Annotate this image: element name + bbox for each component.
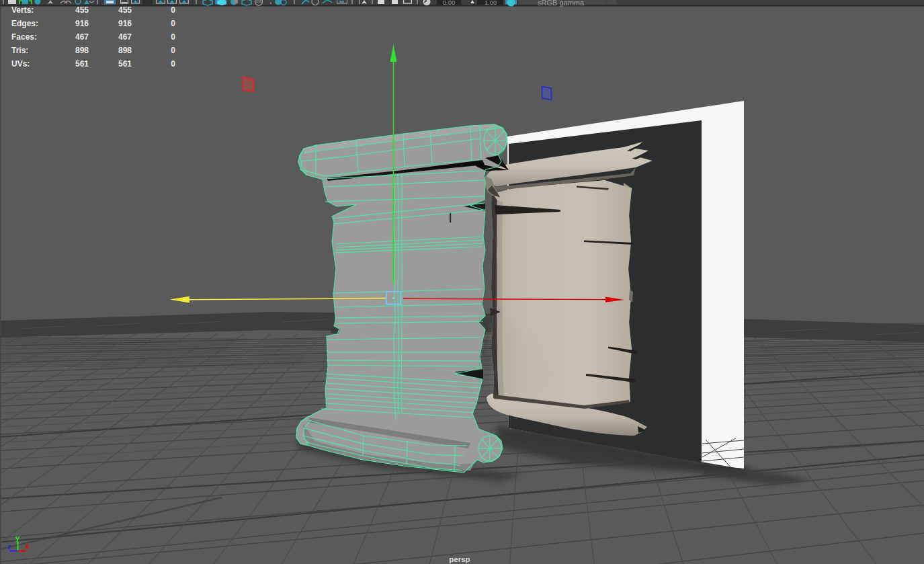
svg-text:y: y [15, 534, 20, 542]
svg-text:Edges:: Edges: [11, 19, 38, 28]
svg-text:916: 916 [75, 19, 89, 28]
svg-text:455: 455 [75, 5, 89, 15]
svg-text:916: 916 [118, 19, 132, 28]
svg-text:0: 0 [171, 19, 175, 28]
svg-text:455: 455 [118, 5, 132, 15]
svg-text:1.00: 1.00 [485, 0, 497, 6]
svg-text:467: 467 [118, 32, 132, 42]
svg-text:898: 898 [118, 46, 132, 55]
svg-text:Tris:: Tris: [11, 46, 28, 55]
svg-text:467: 467 [75, 32, 89, 42]
svg-text:UVs:: UVs: [11, 59, 30, 69]
svg-text:Faces:: Faces: [11, 32, 37, 42]
svg-text:0.00: 0.00 [443, 0, 456, 6]
svg-text:561: 561 [118, 59, 132, 69]
svg-text:Verts:: Verts: [11, 5, 34, 15]
svg-text:0: 0 [171, 32, 175, 42]
svg-text:sRGB gamma: sRGB gamma [538, 0, 585, 7]
svg-text:x: x [26, 542, 30, 550]
svg-text:898: 898 [75, 46, 89, 55]
svg-text:0: 0 [171, 46, 175, 55]
svg-text:0: 0 [171, 59, 175, 69]
svg-text:persp: persp [449, 555, 470, 563]
svg-text:z: z [7, 542, 11, 551]
svg-text:561: 561 [75, 59, 89, 69]
svg-text:0: 0 [171, 5, 175, 15]
